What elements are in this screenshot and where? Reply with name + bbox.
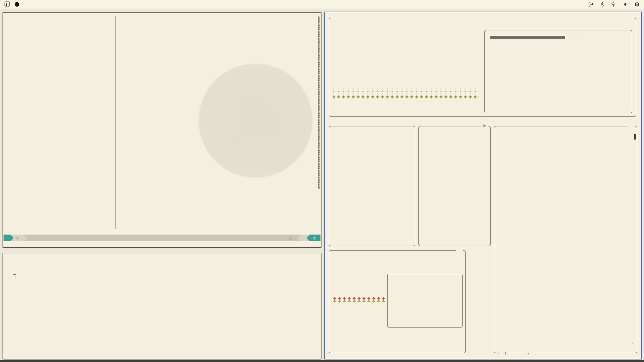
file-tree[interactable] — [6, 16, 113, 230]
btop-proc-box: ↓ ↑ ↓ ↵ — [494, 126, 637, 353]
system-tray — [588, 2, 639, 7]
cpu-total-row — [488, 34, 629, 40]
vim-statusline: ⌥ ⬡ ◔ — [4, 235, 320, 241]
terminal-window[interactable] — [3, 253, 321, 359]
code-editor[interactable] — [116, 16, 317, 230]
mem-stats — [332, 128, 412, 244]
logout-icon[interactable] — [588, 2, 594, 7]
disk-list — [421, 128, 488, 244]
sort-column-switcher[interactable] — [628, 124, 635, 128]
cpu-icon[interactable] — [634, 2, 639, 7]
ls-header-row — [8, 263, 316, 268]
scroll-down-indicator: ↓ — [631, 340, 633, 345]
editor-scrollbar[interactable] — [318, 16, 320, 189]
proc-footer-info[interactable]: ↵ — [525, 351, 532, 355]
network-icon[interactable] — [610, 2, 616, 7]
cursor-position — [301, 235, 307, 241]
file-path — [27, 235, 279, 241]
omarchy-logo-icon[interactable] — [5, 2, 10, 7]
btop-cpu-box — [329, 18, 636, 117]
download-total — [390, 288, 460, 294]
git-branch: ⌥ — [14, 235, 24, 241]
clock-icon: ◔ — [313, 236, 315, 240]
workspace-switcher — [5, 2, 41, 7]
statusline-right: ⬡ — [280, 235, 298, 241]
statusline-separator — [307, 235, 310, 241]
btop-mem-box — [329, 126, 415, 246]
upload-speed — [390, 298, 460, 304]
cpu-total-bar — [490, 36, 565, 39]
statusline-separator — [24, 235, 27, 241]
btop-net-box — [329, 250, 466, 353]
proc-footer-select[interactable]: ↑ ↓ — [496, 351, 508, 355]
process-list[interactable] — [496, 133, 635, 350]
desktop: ⌥ ⬡ ◔ — [0, 0, 644, 362]
proc-table-header — [494, 126, 637, 133]
net-stats-box — [387, 274, 463, 328]
workspace-1-active[interactable] — [15, 2, 19, 7]
statusline-separator — [298, 235, 301, 241]
statusline-separator — [11, 235, 14, 241]
cpu-history-graph — [333, 93, 479, 99]
statusline-clock: ◔ — [310, 235, 320, 241]
btop-disks-box: io — [418, 126, 491, 246]
editor-window[interactable]: ⌥ ⬡ ◔ — [3, 12, 321, 248]
screen-bottom-edge — [0, 360, 644, 362]
waybar — [0, 0, 644, 9]
io-mode-button[interactable]: io — [481, 124, 488, 128]
terminal-content[interactable] — [3, 253, 321, 359]
upload-top — [390, 304, 460, 310]
upload-total — [390, 310, 460, 315]
vim-mode-badge — [4, 235, 11, 241]
cpu-details-box — [484, 30, 632, 113]
plugin-count: ⬡ — [289, 236, 295, 240]
terminal-cursor — [13, 274, 16, 279]
net-interface-switcher[interactable] — [456, 248, 463, 252]
download-speed — [390, 277, 460, 283]
bluetooth-icon[interactable] — [600, 2, 604, 7]
branch-icon: ⌥ — [16, 236, 18, 240]
proc-scrollbar-thumb[interactable] — [634, 134, 636, 140]
download-top — [390, 283, 460, 288]
volume-icon[interactable] — [623, 2, 628, 7]
cpu-history-graph — [333, 88, 479, 92]
btop-window[interactable]: io — [324, 12, 642, 359]
